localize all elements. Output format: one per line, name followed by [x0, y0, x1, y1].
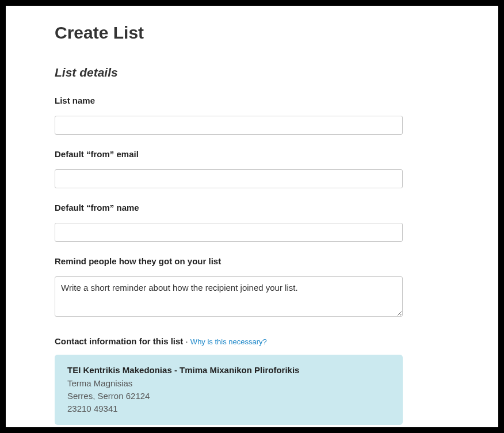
section-heading: List details	[55, 66, 452, 79]
reminder-label: Remind people how they got on your list	[55, 256, 452, 266]
from-name-label: Default “from” name	[55, 203, 452, 212]
reminder-textarea[interactable]	[55, 276, 403, 317]
create-list-page: Create List List details List name Defau…	[6, 6, 498, 427]
contact-heading: Contact information for this list · Why …	[55, 336, 452, 346]
contact-heading-separator: ·	[183, 336, 190, 346]
from-email-input[interactable]	[55, 169, 403, 188]
contact-address-2: Serres, Serron 62124	[67, 390, 390, 402]
field-from-email: Default “from” email	[55, 149, 452, 188]
contact-org: TEI Kentrikis Makedonias - Tmima Mixanik…	[67, 365, 390, 375]
contact-card: TEI Kentrikis Makedonias - Tmima Mixanik…	[55, 355, 403, 425]
page-title: Create List	[55, 23, 452, 43]
field-list-name: List name	[55, 96, 452, 135]
contact-phone: 23210 49341	[67, 402, 390, 415]
from-email-label: Default “from” email	[55, 149, 452, 159]
field-from-name: Default “from” name	[55, 203, 452, 242]
field-reminder: Remind people how they got on your list	[55, 256, 452, 319]
why-necessary-link[interactable]: Why is this necessary?	[190, 337, 267, 346]
from-name-input[interactable]	[55, 223, 403, 242]
contact-address-1: Terma Magnisias	[67, 377, 390, 390]
contact-heading-text: Contact information for this list	[55, 336, 183, 346]
list-name-input[interactable]	[55, 116, 403, 135]
list-name-label: List name	[55, 96, 452, 105]
